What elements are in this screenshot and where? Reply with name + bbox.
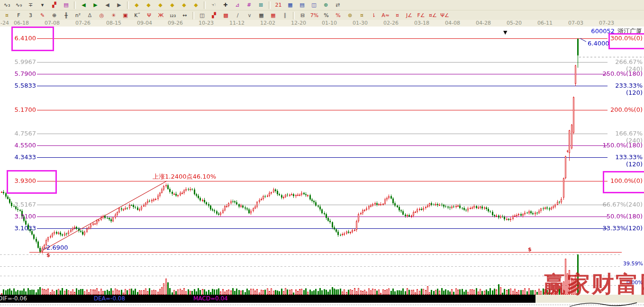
price-level-label-right: 33.33%(120) xyxy=(602,225,643,232)
highlight-box-price-high[interactable] xyxy=(11,27,54,51)
diamond-swap-icon[interactable]: ◆ xyxy=(155,1,166,9)
spectrum-icon[interactable]: ▤ xyxy=(61,1,72,9)
bottom-pane-strip xyxy=(0,303,644,307)
gold-angle-icon[interactable]: ¤∠ xyxy=(427,11,438,20)
ying-grid-icon[interactable]: Ж xyxy=(155,11,166,20)
pin-icon[interactable]: ∓ xyxy=(25,1,36,9)
gold-circle-icon[interactable]: ⊛ xyxy=(345,11,355,20)
app-window: ∿₃∿₉∓▾▞▤◀▶◀▶◆◆◆◆◆◆☜✚⊿#⊞21▦▤◫⊕⇄ ¤F3✎⊕╫n²∆… xyxy=(0,0,644,307)
parallel-lines-icon[interactable]: ∥ xyxy=(280,11,290,20)
grid-red-icon[interactable]: ▦ xyxy=(268,11,279,20)
report-icon[interactable]: ▤ xyxy=(297,1,308,9)
shen-grid-icon[interactable]: Ψ xyxy=(144,11,154,20)
diamond-right-icon[interactable]: ◆ xyxy=(143,1,154,9)
date-tick: 07-26 xyxy=(69,20,97,26)
kline-box-icon[interactable]: ▩ xyxy=(220,11,231,20)
a-wave-icon[interactable]: A≈ xyxy=(380,11,391,20)
date-tick: 09-04 xyxy=(130,20,159,26)
marker-triangle-icon[interactable]: ▼ xyxy=(503,29,507,36)
gann-f-icon[interactable]: F xyxy=(13,11,24,20)
diamond-compress-icon[interactable]: ◆ xyxy=(167,1,178,9)
date-tick: 04-28 xyxy=(469,20,498,26)
price-volume-chart-canvas[interactable] xyxy=(0,27,644,295)
rise-annotation[interactable]: 上涨1.2400点46.10% xyxy=(153,172,216,181)
dropdown-arrow-icon[interactable]: ▾ xyxy=(37,1,48,9)
date-tick: 06-18 xyxy=(7,20,36,26)
globe-icon[interactable]: ⊕ xyxy=(320,1,331,9)
f-angle-icon[interactable]: F∠ xyxy=(416,11,426,20)
toolbar-separator xyxy=(269,1,271,9)
hand-pan-icon[interactable]: ☜ xyxy=(208,1,219,9)
wave-9-icon[interactable]: ∿₉ xyxy=(13,1,24,9)
star-target-icon[interactable]: ✳ xyxy=(108,11,119,20)
kline-slash-icon[interactable]: ▞ xyxy=(209,11,219,20)
date-tick: 08-15 xyxy=(100,20,128,26)
date-tick: 04-08 xyxy=(438,20,467,26)
last-page-icon[interactable]: ▶ xyxy=(90,1,101,9)
last-price-label: 6.4000 xyxy=(588,40,609,47)
diamond-expand-v-icon[interactable]: ◆ xyxy=(179,1,190,9)
pencil-draw-icon[interactable]: ✎ xyxy=(37,11,48,20)
price-level-label-right: 133.33%(120) xyxy=(602,154,643,168)
toolbar-row-2: ¤F3✎⊕╫n²∆◎✳▣K˝ΨЖ₁₂₃↔◫▞▩∕∨▦▦∥⊟7%%%⊛¤⇂A≈¤J… xyxy=(0,10,644,21)
date-tick: 07-08 xyxy=(38,20,66,26)
gann-gold-icon[interactable]: ¤ xyxy=(1,11,12,20)
highlight-box-pct-100[interactable] xyxy=(603,171,644,193)
trend-pencil-icon[interactable]: ∕ xyxy=(232,11,243,20)
histogram-icon[interactable]: ⊟ xyxy=(297,11,308,20)
date-tick: 01-30 xyxy=(346,20,374,26)
ruler-123-icon[interactable]: ₁₂₃ xyxy=(167,11,178,20)
dollar-marker-left[interactable]: $ xyxy=(46,252,50,258)
flag-pencil-icon[interactable]: ⇂ xyxy=(368,11,379,20)
save-icon[interactable]: ◫ xyxy=(308,1,319,9)
dollar-marker-right[interactable]: $ xyxy=(528,246,532,253)
dif-value: DIF=-0.06 xyxy=(0,295,27,303)
seven-percent-icon[interactable]: 7% xyxy=(309,11,320,20)
highlight-box-pct-300[interactable] xyxy=(608,33,644,49)
price-level-label-left: 4.7567 xyxy=(10,130,36,137)
measure-box-icon[interactable]: ◫ xyxy=(197,11,208,20)
indicator-status-bar: DIF=-0.06 DEA=-0.08 MACD=0.04 xyxy=(0,295,535,303)
gold-red-icon[interactable]: ¤ xyxy=(392,11,403,20)
wave-3-icon[interactable]: ∿₃ xyxy=(1,1,12,9)
next-arrow-icon[interactable]: ▶ xyxy=(114,1,125,9)
gann-3-icon[interactable]: 3 xyxy=(25,11,36,20)
price-level-label-right: 150.0%(180) xyxy=(602,142,643,149)
kline-pattern-icon[interactable]: ▞ xyxy=(49,1,60,9)
prev-arrow-icon[interactable]: ◀ xyxy=(102,1,113,9)
price-level-label-right: 200.0%(0) xyxy=(602,106,643,113)
j-angle-icon[interactable]: J∠ xyxy=(404,11,415,20)
gold-lines-icon[interactable]: ¤ xyxy=(356,11,367,20)
protractor-icon[interactable]: ∆ xyxy=(84,11,95,20)
diamond-expand-h-icon[interactable]: ◆ xyxy=(190,1,201,9)
percent-icon[interactable]: % xyxy=(321,11,332,20)
square-target-icon[interactable]: ▣ xyxy=(120,11,131,20)
highlight-box-price-base[interactable] xyxy=(7,170,57,194)
date-axis: -2406-1807-0807-2608-1509-0409-2610-2311… xyxy=(0,20,644,27)
angle-tool-icon[interactable]: ⊿ xyxy=(232,1,243,9)
data-transfer-icon[interactable]: ⇄ xyxy=(332,1,343,9)
compass-icon[interactable]: ⊕ xyxy=(49,11,60,20)
first-page-icon[interactable]: ◀ xyxy=(78,1,89,9)
target-circle-icon[interactable]: ◎ xyxy=(96,11,107,20)
shen-angle-icon[interactable]: Ψ∠ xyxy=(439,11,450,20)
toolbar-separator xyxy=(74,1,76,9)
diamond-left-icon[interactable]: ◆ xyxy=(131,1,142,9)
price-level-label-left: 4.5500 xyxy=(10,142,36,149)
crosshair-icon[interactable]: ✚ xyxy=(220,1,231,9)
price-level-label-left: 5.7900 xyxy=(10,70,36,77)
date-tick: 12-20 xyxy=(284,20,313,26)
v-line-icon[interactable]: ∨ xyxy=(244,11,255,20)
date-tick: 01-10 xyxy=(315,20,344,26)
percent-line-icon[interactable]: % xyxy=(333,11,344,20)
toolbar-separator xyxy=(293,12,295,19)
ruler-hash-icon[interactable]: ╫ xyxy=(61,11,72,20)
shapes-tool-icon[interactable]: # xyxy=(244,1,254,9)
k-quote-icon[interactable]: K˝ xyxy=(132,11,143,20)
width-arrows-icon[interactable]: ↔ xyxy=(179,11,190,20)
cycle-tool-icon[interactable]: ⊞ xyxy=(255,1,266,9)
n-squared-icon[interactable]: n² xyxy=(73,11,83,20)
calendar-21-icon[interactable]: 21 xyxy=(273,1,284,9)
table-grid-icon[interactable]: ▦ xyxy=(285,1,296,9)
grid-dark-icon[interactable]: ▦ xyxy=(256,11,267,20)
